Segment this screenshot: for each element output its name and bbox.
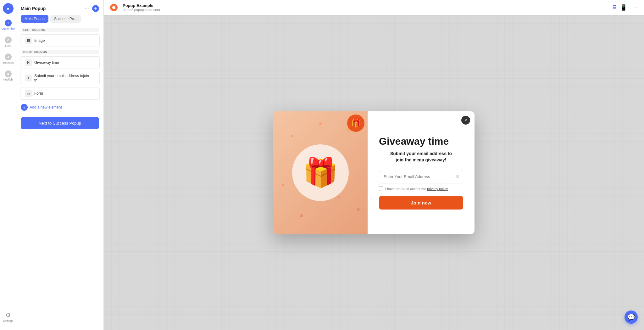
element-heading[interactable]: H Giveaway time [20, 56, 100, 69]
gift-badge-icon: 🎁 [347, 115, 364, 132]
side-panel: Main Popup ⋯ + Main Popup Success Po... … [16, 0, 104, 330]
gear-icon: ⚙ [6, 312, 11, 319]
nav-number-2: 2 [5, 36, 12, 43]
nav-rail: ● 1 Customize 2 Style 3 Segment 4 Publis… [0, 0, 16, 330]
popup-container: 🎁 🎁 × Giveaway time Submit your email ad… [273, 111, 475, 234]
next-to-success-button[interactable]: Next to Success Popup [21, 117, 99, 129]
panel-add-button[interactable]: + [92, 5, 99, 12]
app-logo-inner [112, 6, 115, 9]
image-icon: 🖼 [25, 37, 32, 44]
privacy-policy-link[interactable]: privacy policy [427, 187, 448, 191]
nav-label-publish: Publish [3, 78, 13, 81]
right-column-label: RIGHT COLUMN [21, 50, 99, 54]
nav-item-segment[interactable]: 3 Segment [0, 50, 16, 67]
add-element-circle-icon: + [21, 104, 28, 111]
app-name-group: Popup Example demo2.popupsmart.com [123, 3, 160, 12]
text-icon: T [25, 75, 32, 81]
nav-label-settings: Settings [3, 319, 13, 322]
panel-tabs: Main Popup Success Po... [16, 15, 103, 26]
element-text-label: Submit your email address tojoin th... [34, 74, 95, 82]
privacy-row: I have read and accept the privacy polic… [379, 187, 463, 191]
chat-bubble-button[interactable]: 💬 [625, 310, 638, 324]
nav-item-settings[interactable]: ⚙ Settings [0, 309, 16, 326]
popup-title: Giveaway time [379, 136, 463, 147]
canvas: 🎁 🎁 × Giveaway time Submit your email ad… [104, 15, 644, 330]
desktop-icon[interactable]: 🖥 [611, 4, 617, 11]
popup-subtitle-text: Submit your email address tojoin the meg… [390, 151, 452, 162]
app-logo [110, 4, 118, 11]
popup-subtitle: Submit your email address tojoin the meg… [379, 151, 463, 163]
element-image-label: Image [34, 38, 45, 43]
add-element-row[interactable]: + Add a new element [21, 104, 99, 111]
nav-bottom: ⚙ Settings [0, 309, 16, 330]
privacy-text: I have read and accept the privacy polic… [385, 187, 448, 191]
panel-title: Main Popup [21, 6, 46, 11]
more-options-icon[interactable]: ⋯ [85, 6, 90, 12]
gift-emoji: 🎁 [303, 156, 338, 189]
element-form-label: Form [34, 91, 43, 96]
join-button[interactable]: Join now [379, 196, 463, 210]
popup-close-button[interactable]: × [461, 116, 470, 125]
nav-number-4: 4 [5, 70, 12, 77]
main-area: Popup Example demo2.popupsmart.com 🖥 📱 ⋯… [104, 0, 644, 330]
email-icon: ✉ [455, 174, 459, 180]
popup-left-panel: 🎁 🎁 [273, 111, 368, 234]
popup-right-panel: × Giveaway time Submit your email addres… [368, 111, 475, 234]
gift-image-wrapper: 🎁 [292, 144, 349, 201]
top-bar: Popup Example demo2.popupsmart.com 🖥 📱 ⋯ [104, 0, 644, 15]
email-input[interactable] [379, 170, 463, 183]
form-icon: ▭ [25, 90, 32, 97]
app-logo-circle: ● [3, 3, 14, 14]
app-subdomain: demo2.popupsmart.com [123, 8, 160, 12]
nav-item-publish[interactable]: 4 Publish [0, 67, 16, 84]
tab-main-popup[interactable]: Main Popup [21, 15, 48, 23]
nav-label-style: Style [5, 44, 11, 47]
popup-overlay: 🎁 🎁 × Giveaway time Submit your email ad… [104, 15, 644, 330]
nav-number-3: 3 [5, 53, 12, 60]
nav-item-customize[interactable]: 1 Customize [0, 16, 16, 33]
device-switcher: 🖥 📱 [611, 4, 627, 11]
privacy-checkbox[interactable] [379, 187, 383, 191]
nav-label-customize: Customize [1, 27, 15, 30]
panel-header: Main Popup ⋯ + [16, 0, 103, 15]
nav-item-style[interactable]: 2 Style [0, 33, 16, 50]
add-element-label: Add a new element [30, 105, 62, 109]
app-name: Popup Example [123, 3, 160, 8]
element-image[interactable]: 🖼 Image [20, 34, 100, 47]
nav-label-segment: Segment [2, 61, 14, 64]
heading-icon: H [25, 59, 32, 66]
element-heading-label: Giveaway time [34, 60, 59, 65]
element-text[interactable]: T Submit your email address tojoin th... [20, 71, 100, 85]
tab-success-popup[interactable]: Success Po... [50, 15, 81, 23]
element-form[interactable]: ▭ Form [20, 87, 100, 100]
top-bar-more-icon[interactable]: ⋯ [632, 4, 638, 11]
left-column-label: LEFT COLUMN [21, 28, 99, 32]
nav-number-1: 1 [5, 20, 12, 26]
email-input-wrapper: ✉ [379, 170, 463, 183]
tablet-icon[interactable]: 📱 [620, 4, 627, 11]
panel-header-actions: ⋯ + [85, 5, 99, 12]
